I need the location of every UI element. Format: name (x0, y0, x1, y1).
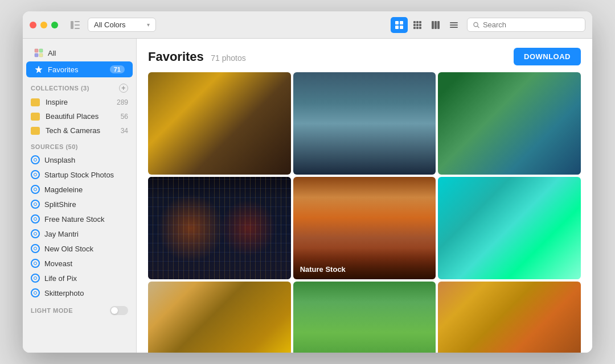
svg-rect-13 (419, 24, 421, 26)
source-startup-stock[interactable]: Startup Stock Photos (23, 167, 136, 182)
photo-card[interactable]: Nature Stock (293, 177, 436, 279)
camera-icon (31, 155, 40, 164)
source-splitshire[interactable]: SplitShire (23, 197, 136, 212)
photo-grid: Nature Stock (137, 72, 592, 353)
traffic-lights (30, 22, 58, 28)
source-magdeleine[interactable]: Magdeleine (23, 182, 136, 197)
collection-name: Beautiful Places (46, 112, 99, 121)
photo-card[interactable] (148, 177, 291, 279)
svg-rect-8 (413, 21, 416, 23)
photo-caption: Nature Stock (293, 248, 436, 279)
svg-rect-0 (71, 21, 73, 29)
camera-icon (31, 229, 40, 238)
titlebar: All Colors ▾ (23, 11, 592, 39)
app-window: All Colors ▾ (23, 11, 592, 353)
photo-card[interactable] (293, 282, 436, 353)
svg-rect-18 (434, 21, 437, 29)
search-box[interactable] (467, 18, 585, 32)
folder-icon (31, 113, 40, 121)
chevron-down-icon: ▾ (147, 22, 150, 28)
photo-card[interactable] (438, 72, 581, 175)
source-moveast[interactable]: Moveast (23, 256, 136, 271)
photo-card[interactable] (438, 177, 581, 279)
camera-icon (31, 274, 40, 283)
star-icon (34, 65, 43, 74)
photo-card[interactable] (148, 282, 291, 353)
search-icon (473, 22, 479, 28)
collection-count: 289 (117, 98, 128, 106)
svg-rect-28 (39, 53, 43, 57)
source-new-old-stock[interactable]: New Old Stock (23, 241, 136, 256)
svg-rect-21 (450, 24, 458, 26)
collection-tech-cameras[interactable]: Tech & Cameras 34 (23, 123, 136, 138)
favorites-badge: 71 (110, 65, 125, 73)
view-mode-toggles (391, 17, 462, 33)
add-collection-button[interactable]: + (119, 84, 128, 93)
svg-rect-15 (416, 27, 419, 29)
svg-rect-19 (437, 21, 440, 29)
collections-header: COLLECTIONS (3) + (23, 78, 136, 95)
folder-icon (31, 127, 40, 135)
svg-rect-10 (419, 21, 421, 23)
source-unsplash[interactable]: Unsplash (23, 152, 136, 167)
content-area: Favorites 71 photos DOWNLOAD Nature Stoc… (137, 39, 592, 353)
svg-rect-14 (413, 27, 416, 29)
sidebar-item-favorites[interactable]: Favorites 71 (26, 61, 133, 77)
favorites-label: Favorites (48, 65, 78, 74)
all-label: All (48, 49, 56, 57)
svg-rect-27 (35, 53, 38, 57)
source-life-of-pix[interactable]: Life of Pix (23, 271, 136, 286)
camera-icon (31, 214, 40, 224)
collection-name: Tech & Cameras (46, 126, 100, 135)
view-grid-large-button[interactable] (391, 17, 408, 33)
collection-beautiful-places[interactable]: Beautiful Places 56 (23, 109, 136, 123)
svg-rect-20 (450, 22, 458, 23)
close-button[interactable] (30, 22, 36, 28)
svg-rect-2 (75, 24, 80, 26)
color-filter-label: All Colors (94, 20, 126, 29)
view-list-button[interactable] (445, 17, 462, 33)
svg-rect-7 (400, 26, 403, 29)
svg-rect-16 (419, 27, 421, 29)
svg-rect-3 (75, 28, 80, 29)
download-button[interactable]: DOWNLOAD (514, 48, 581, 65)
svg-rect-25 (35, 49, 38, 52)
camera-icon (31, 244, 40, 253)
maximize-button[interactable] (51, 22, 58, 28)
search-input[interactable] (483, 20, 579, 29)
camera-icon (31, 200, 40, 209)
photo-card[interactable] (148, 72, 291, 175)
sidebar-item-all[interactable]: All (26, 45, 133, 61)
svg-rect-11 (413, 24, 416, 26)
svg-rect-26 (39, 49, 43, 52)
sources-header: SOURCES (50) (23, 138, 136, 152)
folder-icon (31, 98, 40, 106)
collection-name: Inspire (46, 98, 68, 106)
minimize-button[interactable] (40, 22, 47, 28)
all-icon (34, 48, 43, 57)
view-grid-medium-button[interactable] (409, 17, 426, 33)
camera-icon (31, 288, 40, 297)
sidebar: All Favorites 71 COLLECTIONS (3) + Inspi… (23, 39, 137, 353)
svg-rect-5 (400, 21, 403, 24)
photo-card[interactable] (293, 72, 436, 175)
source-skitterphoto[interactable]: Skitterphoto (23, 286, 136, 300)
camera-icon (31, 170, 40, 179)
svg-marker-29 (35, 66, 42, 73)
sidebar-toggle-button[interactable] (67, 17, 83, 33)
collection-inspire[interactable]: Inspire 289 (23, 95, 136, 109)
camera-icon (31, 259, 40, 268)
camera-icon (31, 185, 40, 194)
source-free-nature-stock[interactable]: Free Nature Stock (23, 212, 136, 226)
photo-card[interactable] (438, 282, 581, 353)
light-mode-toggle[interactable] (110, 306, 128, 315)
view-columns-button[interactable] (427, 17, 444, 33)
color-filter-dropdown[interactable]: All Colors ▾ (88, 18, 156, 32)
svg-rect-17 (432, 21, 434, 29)
page-title: Favorites (148, 49, 204, 64)
collection-count: 56 (121, 113, 128, 121)
source-jay-mantri[interactable]: Jay Mantri (23, 226, 136, 241)
svg-rect-12 (416, 24, 419, 26)
svg-rect-9 (416, 21, 419, 23)
svg-point-23 (474, 22, 478, 26)
